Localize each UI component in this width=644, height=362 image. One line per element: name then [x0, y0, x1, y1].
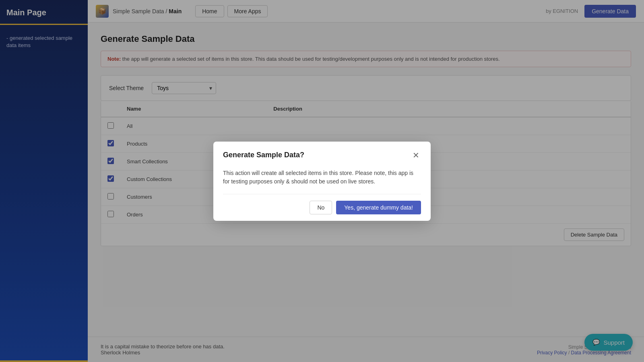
modal-overlay: Generate Sample Data? ✕ This action will…: [0, 0, 644, 362]
modal-no-button[interactable]: No: [310, 201, 332, 214]
modal: Generate Sample Data? ✕ This action will…: [213, 142, 431, 221]
modal-header: Generate Sample Data? ✕: [213, 142, 431, 161]
modal-footer: No Yes, generate dummy data!: [213, 194, 431, 221]
modal-title: Generate Sample Data?: [223, 151, 304, 159]
modal-body: This action will create all selected ite…: [213, 161, 431, 194]
modal-yes-button[interactable]: Yes, generate dummy data!: [336, 201, 421, 214]
modal-close-button[interactable]: ✕: [411, 150, 421, 161]
